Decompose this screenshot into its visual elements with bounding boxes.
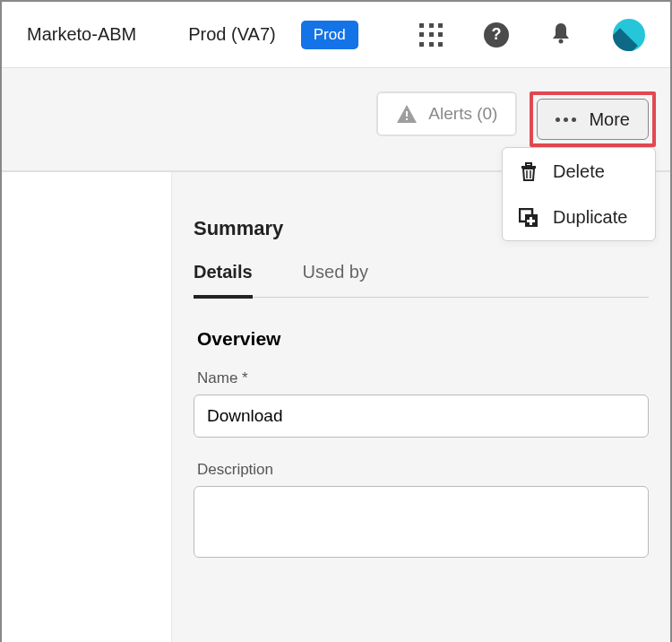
more-button-highlight: More (530, 91, 656, 147)
tab-details[interactable]: Details (194, 262, 253, 299)
help-icon[interactable]: ? (484, 22, 509, 48)
env-badge: Prod (301, 21, 358, 49)
apps-icon[interactable] (419, 23, 443, 47)
name-label: Name * (197, 369, 649, 387)
trash-icon (519, 160, 538, 182)
svg-point-0 (559, 39, 564, 43)
dropdown-item-delete[interactable]: Delete (503, 148, 655, 195)
more-dropdown: Delete Duplicate (502, 147, 656, 241)
top-bar: Marketo-ABM Prod (VA7) Prod ? (2, 2, 670, 68)
env-name[interactable]: Prod (VA7) (188, 24, 275, 45)
notifications-icon[interactable] (550, 21, 572, 49)
alerts-button[interactable]: Alerts (0) (376, 91, 517, 136)
tabs: Details Used by (194, 262, 649, 298)
svg-rect-9 (527, 220, 535, 222)
more-label: More (589, 109, 630, 130)
svg-rect-2 (406, 118, 408, 120)
avatar[interactable] (613, 19, 645, 51)
tab-used-by[interactable]: Used by (303, 262, 368, 297)
overview-title: Overview (197, 328, 649, 350)
dropdown-item-label: Delete (553, 161, 605, 182)
svg-rect-1 (406, 111, 408, 117)
duplicate-icon (519, 208, 538, 228)
action-bar: Alerts (0) More Delete Du (2, 68, 670, 172)
more-button[interactable]: More (537, 99, 649, 140)
dropdown-item-label: Duplicate (553, 207, 627, 228)
org-name[interactable]: Marketo-ABM (27, 24, 136, 45)
description-label: Description (197, 461, 649, 479)
alert-icon (396, 104, 418, 124)
name-input[interactable] (194, 395, 649, 438)
content-area: Summary Details Used by Overview Name * … (2, 172, 670, 642)
alerts-label: Alerts (0) (428, 104, 497, 124)
left-panel (2, 172, 172, 642)
right-panel: Summary Details Used by Overview Name * … (172, 172, 670, 642)
more-dots-icon (556, 117, 576, 122)
dropdown-item-duplicate[interactable]: Duplicate (503, 195, 655, 240)
description-input[interactable] (194, 486, 649, 558)
